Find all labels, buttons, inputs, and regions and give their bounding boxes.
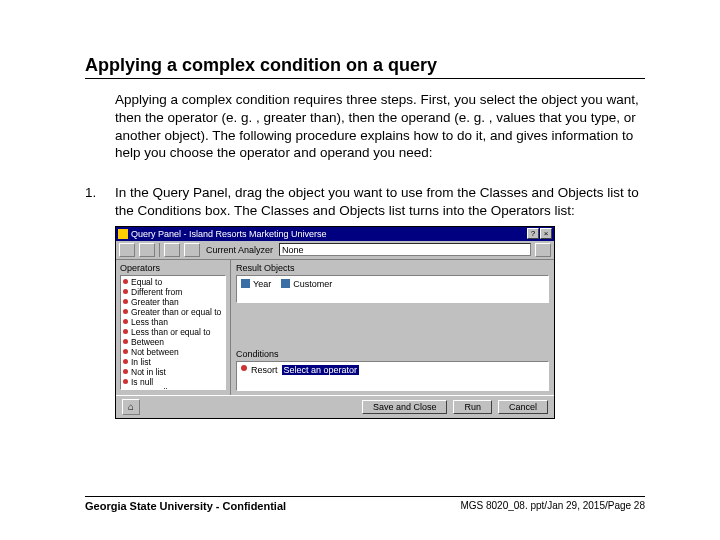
list-item[interactable]: Different from bbox=[123, 287, 223, 297]
footer-left: Georgia State University - Confidential bbox=[85, 500, 286, 512]
condition-object: Resort bbox=[251, 365, 278, 375]
toolbar: Current Analyzer None bbox=[116, 241, 554, 260]
step-text: In the Query Panel, drag the object you … bbox=[115, 184, 645, 220]
bullet-icon bbox=[123, 379, 128, 384]
bullet-icon bbox=[123, 309, 128, 314]
list-item[interactable]: Greater than bbox=[123, 297, 223, 307]
result-objects-box[interactable]: Year Customer bbox=[236, 275, 549, 303]
cancel-button[interactable]: Cancel bbox=[498, 400, 548, 414]
toolbar-button-5[interactable] bbox=[535, 243, 551, 257]
step-1: 1. In the Query Panel, drag the object y… bbox=[85, 184, 645, 220]
list-item[interactable]: Between bbox=[123, 337, 223, 347]
list-item[interactable]: Not between bbox=[123, 347, 223, 357]
titlebar: Query Panel - Island Resorts Marketing U… bbox=[116, 227, 554, 241]
result-chip[interactable]: Year bbox=[241, 279, 271, 289]
list-item[interactable]: Greater than or equal to bbox=[123, 307, 223, 317]
bullet-icon bbox=[123, 339, 128, 344]
app-icon bbox=[118, 229, 128, 239]
list-item[interactable]: Equal to bbox=[123, 277, 223, 287]
list-item-label: Less than or equal to bbox=[131, 327, 210, 337]
query-panel-window: Query Panel - Island Resorts Marketing U… bbox=[115, 226, 555, 419]
footer-rule bbox=[85, 496, 645, 497]
conditions-label: Conditions bbox=[236, 349, 549, 359]
list-item[interactable]: Not in list bbox=[123, 367, 223, 377]
list-item-label: Is null bbox=[131, 377, 153, 387]
cube-icon bbox=[241, 279, 250, 288]
list-item-label: Less than bbox=[131, 317, 168, 327]
list-item[interactable]: Less than or equal to bbox=[123, 327, 223, 337]
slide-title: Applying a complex condition on a query bbox=[85, 55, 645, 76]
options-icon[interactable]: ⌂ bbox=[122, 399, 140, 415]
list-item-label: Between bbox=[131, 337, 164, 347]
list-item-label: Not between bbox=[131, 347, 179, 357]
analyzer-value: None bbox=[282, 245, 304, 255]
toolbar-button-1[interactable] bbox=[119, 243, 135, 257]
close-icon[interactable]: × bbox=[540, 228, 552, 239]
list-item-label: Different from bbox=[131, 287, 182, 297]
list-item-label: Not in list bbox=[131, 367, 166, 377]
bullet-icon bbox=[123, 289, 128, 294]
step-number: 1. bbox=[85, 184, 115, 220]
conditions-box[interactable]: Resort Select an operator bbox=[236, 361, 549, 391]
bullet-icon bbox=[123, 389, 128, 390]
title-rule bbox=[85, 78, 645, 79]
intro-paragraph: Applying a complex condition requires th… bbox=[115, 91, 645, 162]
operators-label: Operators bbox=[120, 263, 226, 273]
window-footer: ⌂ Save and Close Run Cancel bbox=[116, 395, 554, 418]
condition-operator-placeholder[interactable]: Select an operator bbox=[282, 365, 360, 375]
condition-bullet-icon bbox=[241, 365, 247, 371]
slide-footer: Georgia State University - Confidential … bbox=[85, 488, 645, 512]
bullet-icon bbox=[123, 369, 128, 374]
toolbar-button-3[interactable] bbox=[164, 243, 180, 257]
toolbar-button-2[interactable] bbox=[139, 243, 155, 257]
result-chip-label: Customer bbox=[293, 279, 332, 289]
bullet-icon bbox=[123, 349, 128, 354]
list-item[interactable]: Is not null bbox=[123, 387, 223, 390]
list-item[interactable]: Is null bbox=[123, 377, 223, 387]
analyzer-label: Current Analyzer bbox=[204, 245, 275, 255]
list-item-label: Greater than or equal to bbox=[131, 307, 221, 317]
list-item-label: In list bbox=[131, 357, 151, 367]
list-item[interactable]: In list bbox=[123, 357, 223, 367]
result-chip-label: Year bbox=[253, 279, 271, 289]
bullet-icon bbox=[123, 329, 128, 334]
analyzer-field[interactable]: None bbox=[279, 243, 531, 256]
bullet-icon bbox=[123, 279, 128, 284]
run-button[interactable]: Run bbox=[453, 400, 492, 414]
list-item-label: Equal to bbox=[131, 277, 162, 287]
result-chip[interactable]: Customer bbox=[281, 279, 332, 289]
result-objects-label: Result Objects bbox=[236, 263, 549, 273]
list-item-label: Is not null bbox=[131, 387, 167, 390]
list-item[interactable]: Less than bbox=[123, 317, 223, 327]
cube-icon bbox=[281, 279, 290, 288]
toolbar-button-4[interactable] bbox=[184, 243, 200, 257]
list-item-label: Greater than bbox=[131, 297, 179, 307]
footer-right: MGS 8020_08. ppt/Jan 29, 2015/Page 28 bbox=[460, 500, 645, 512]
bullet-icon bbox=[123, 359, 128, 364]
help-icon[interactable]: ? bbox=[527, 228, 539, 239]
operators-list[interactable]: Equal toDifferent fromGreater thanGreate… bbox=[120, 275, 226, 390]
bullet-icon bbox=[123, 299, 128, 304]
window-title: Query Panel - Island Resorts Marketing U… bbox=[131, 229, 526, 239]
save-and-close-button[interactable]: Save and Close bbox=[362, 400, 448, 414]
bullet-icon bbox=[123, 319, 128, 324]
